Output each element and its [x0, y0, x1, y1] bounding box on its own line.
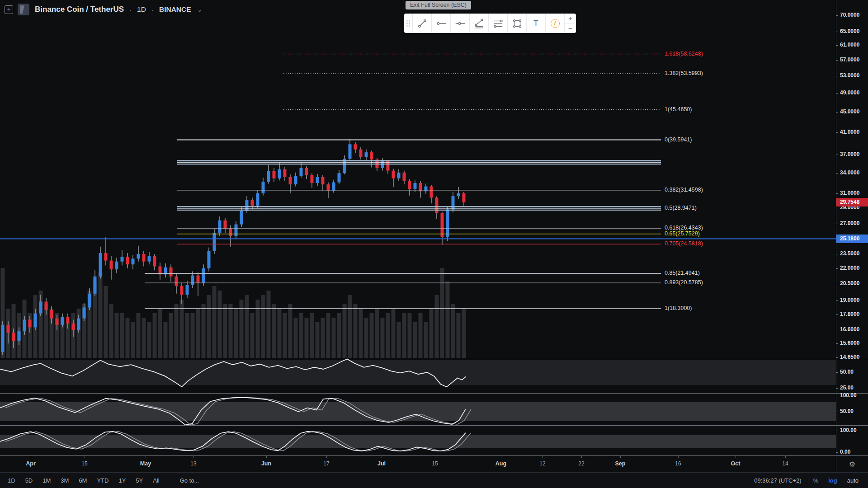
zoom-out-button[interactable]: −	[565, 23, 576, 33]
fib-label: 0.85(21.4941)	[665, 270, 700, 276]
candle-body	[110, 261, 113, 269]
range-button-3m[interactable]: 3M	[56, 475, 74, 486]
pane-divider[interactable]	[0, 455, 868, 456]
volume-bar	[261, 295, 265, 358]
axis-tick-mark	[836, 330, 838, 330]
candle-body	[77, 319, 80, 330]
volume-bar	[337, 313, 341, 358]
volume-bar	[185, 313, 189, 358]
time-tick-mark	[382, 455, 382, 458]
interval-label[interactable]: 1D	[137, 5, 146, 14]
volume-bar	[310, 313, 314, 358]
volume-bar	[451, 304, 455, 358]
clock-label[interactable]: 09:36:27 (UTC+2)	[748, 477, 807, 484]
volume-bar	[207, 295, 211, 358]
candle-body	[283, 169, 287, 177]
candle-body	[256, 193, 259, 206]
volume-bar	[212, 286, 217, 358]
candle-body	[354, 144, 357, 149]
range-button-6m[interactable]: 6M	[74, 475, 92, 486]
volume-bar	[375, 309, 379, 358]
volume-bar	[245, 295, 249, 358]
volume-bar	[267, 291, 271, 358]
price-tick: 45.0000	[840, 108, 859, 115]
candle-body	[392, 171, 395, 178]
axis-tick-mark	[836, 254, 838, 254]
axis-settings-corner[interactable]: ⚙	[836, 456, 868, 472]
volume-bar	[175, 304, 179, 358]
volume-bar	[234, 309, 238, 358]
horizontal-ray-tool-icon[interactable]	[450, 14, 469, 33]
time-tick-mark	[85, 455, 85, 458]
pane-divider[interactable]	[0, 359, 868, 359]
time-tick-label: Apr	[26, 460, 36, 467]
fib-label: 0.382(31.4598)	[665, 187, 703, 193]
range-button-all[interactable]: All	[148, 475, 164, 486]
pane-divider[interactable]	[0, 393, 868, 394]
candle-body	[267, 171, 270, 182]
volume-bars	[1, 268, 466, 358]
candle-body	[316, 177, 319, 183]
axis-tick-mark	[836, 357, 838, 358]
candle-body	[332, 183, 335, 191]
volume-bar	[457, 313, 461, 358]
rectangle-tool-icon[interactable]	[507, 14, 526, 33]
candle-body	[235, 225, 238, 236]
toolbar-drag-handle-icon[interactable]	[404, 14, 412, 33]
time-tick-mark	[266, 455, 267, 458]
goto-button[interactable]: Go to...	[180, 477, 199, 484]
horizontal-line-tool-icon[interactable]	[431, 14, 450, 33]
fib-label: 0.65(25.7529)	[665, 230, 700, 237]
volume-bar	[109, 304, 113, 358]
range-button-ytd[interactable]: YTD	[92, 475, 113, 486]
fib-label: 0.705(24.5818)	[665, 240, 703, 247]
time-tick-label: 15	[432, 460, 438, 467]
parallel-channel-tool-icon[interactable]	[488, 14, 507, 33]
candle-body	[311, 175, 314, 183]
volume-bar	[326, 313, 330, 358]
axis-tick-mark	[836, 396, 838, 396]
price-tick: 17.8000	[840, 311, 859, 317]
axis-tick-mark	[836, 343, 838, 344]
axis-tick-mark	[836, 132, 838, 133]
price-tick: 65.0000	[840, 28, 859, 34]
candle-body	[273, 171, 276, 178]
last-price-badge: 29.7548	[836, 198, 868, 206]
axis-tick-mark	[836, 284, 838, 284]
volume-bar	[223, 304, 227, 358]
auto-scale-button[interactable]: auto	[842, 477, 863, 484]
range-button-1d[interactable]: 1D	[3, 475, 20, 486]
price-tick: 49.0000	[840, 89, 859, 96]
pane-divider[interactable]	[0, 425, 868, 426]
range-button-5d[interactable]: 5D	[20, 475, 38, 486]
time-tick-mark	[785, 455, 786, 458]
price-tick: 27.0000	[840, 220, 859, 226]
candle-body	[208, 251, 211, 268]
candle-body	[99, 253, 102, 277]
candle-body	[370, 152, 373, 160]
candle-body	[186, 285, 189, 295]
indicator-tick: 25.00	[840, 385, 854, 391]
range-button-1y[interactable]: 1Y	[113, 475, 131, 486]
range-button-5y[interactable]: 5Y	[131, 475, 148, 486]
trend-line-tool-icon[interactable]	[412, 14, 431, 33]
info-tool-icon[interactable]: i	[545, 14, 564, 33]
zoom-in-button[interactable]: +	[565, 14, 576, 23]
date-range-buttons: 1D5D1M3M6MYTD1Y5YAll	[3, 475, 165, 486]
exchange-label[interactable]: BINANCE	[159, 5, 191, 14]
volume-bar	[435, 295, 439, 358]
compare-add-icon[interactable]: +	[5, 5, 13, 14]
gear-icon[interactable]: ⚙	[849, 460, 855, 469]
indicator-band-2	[0, 402, 836, 421]
chart-canvas[interactable]	[0, 0, 836, 455]
percent-scale-button[interactable]: %	[808, 477, 824, 484]
text-tool-icon[interactable]: T	[526, 14, 545, 33]
chevron-down-icon[interactable]: ⌄	[198, 6, 203, 13]
log-scale-button[interactable]: log	[823, 477, 842, 484]
trend-based-fib-tool-icon[interactable]	[469, 14, 488, 33]
price-tick: 37.0000	[840, 151, 859, 157]
range-button-1m[interactable]: 1M	[38, 475, 56, 486]
symbol-title[interactable]: Binance Coin / TetherUS	[35, 5, 124, 14]
volume-bar	[370, 313, 374, 358]
candle-body	[338, 173, 341, 182]
